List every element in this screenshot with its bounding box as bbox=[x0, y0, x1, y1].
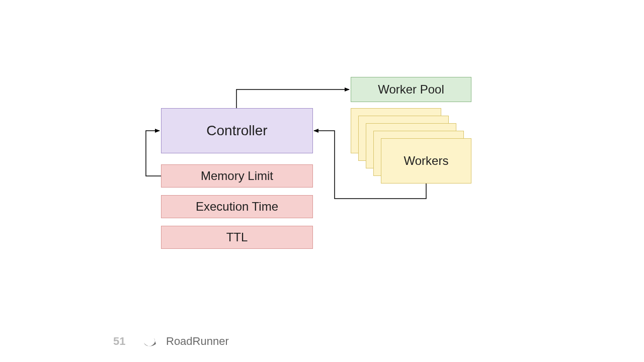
workers-label: Workers bbox=[404, 154, 449, 168]
roadrunner-logo-icon bbox=[142, 334, 161, 349]
arrow-controller-to-workerpool bbox=[236, 89, 349, 108]
worker-pool-box: Worker Pool bbox=[351, 77, 471, 102]
ttl-box: TTL bbox=[161, 226, 313, 249]
execution-time-label: Execution Time bbox=[196, 200, 278, 214]
execution-time-box: Execution Time bbox=[161, 195, 313, 218]
page-number: 51 bbox=[113, 335, 125, 348]
product-name: RoadRunner bbox=[166, 335, 229, 348]
arrows-overlay bbox=[0, 0, 644, 362]
worker-pool-label: Worker Pool bbox=[378, 82, 444, 97]
arrow-memlimit-to-controller bbox=[146, 131, 161, 176]
controller-box: Controller bbox=[161, 108, 313, 153]
workers-box: Workers bbox=[381, 138, 471, 184]
controller-label: Controller bbox=[206, 123, 267, 139]
ttl-label: TTL bbox=[226, 230, 248, 244]
memory-limit-box: Memory Limit bbox=[161, 164, 313, 188]
memory-limit-label: Memory Limit bbox=[201, 169, 273, 183]
